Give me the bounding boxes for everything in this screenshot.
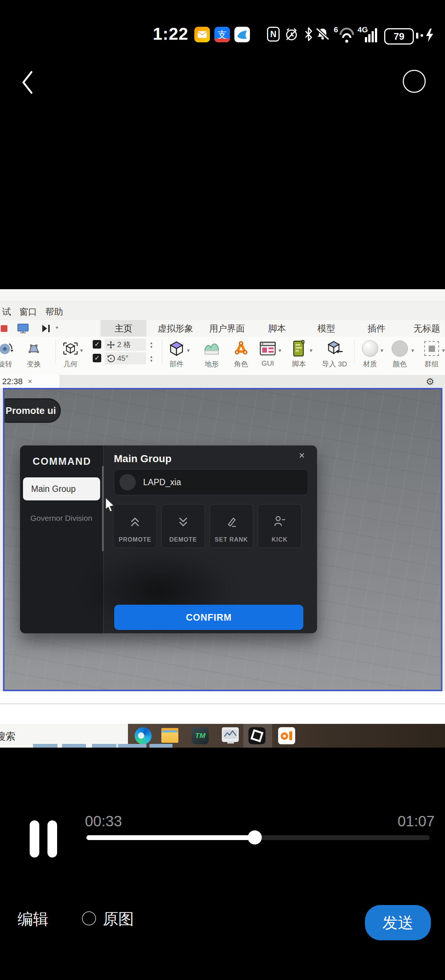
progress-fill (86, 835, 255, 840)
edge-browser-icon[interactable] (135, 727, 152, 744)
document-tab-close-icon[interactable]: × (28, 377, 32, 386)
menu-window[interactable]: 窗口 (19, 306, 37, 318)
stop-button[interactable] (1, 325, 8, 332)
move-icon (107, 341, 115, 349)
geometry-caret-icon[interactable]: ▾ (80, 347, 83, 354)
running-indicator (33, 744, 57, 748)
group-caret-icon[interactable]: ▾ (442, 347, 445, 354)
sidebar-item-main-group[interactable]: Main Group (23, 477, 100, 500)
gui-label: GUI (252, 360, 284, 368)
send-button[interactable]: 发送 (365, 905, 431, 940)
bluetooth-icon (304, 27, 313, 43)
part-caret-icon[interactable]: ▾ (187, 347, 190, 354)
part-label: 部件 (160, 360, 193, 369)
browser-app-icon (234, 27, 250, 42)
rotate-snap-checkbox[interactable]: ✓ (93, 354, 101, 362)
ribbon-transform-button[interactable]: 变换 (17, 339, 50, 369)
move-snap-value: 2 格 (117, 340, 131, 350)
charging-bolt-icon (425, 28, 434, 44)
original-label[interactable]: 原图 (103, 909, 134, 929)
tab-script[interactable]: 脚本 (268, 320, 286, 337)
running-indicator (62, 744, 86, 748)
ribbon-geometry-button[interactable]: 几何 (54, 339, 87, 369)
kick-button[interactable]: KICK (258, 504, 301, 548)
ribbon-material-button[interactable]: 材质 (354, 339, 386, 369)
elapsed-time: 00:33 (85, 813, 122, 830)
strip-divider (0, 703, 445, 704)
demote-button[interactable]: DEMOTE (161, 504, 205, 548)
play-caret-icon[interactable]: ▾ (55, 325, 58, 330)
ribbon-import3d-button[interactable]: 导入 3D (318, 339, 351, 369)
ribbon-part-button[interactable]: 部件 (160, 339, 193, 369)
menu-help[interactable]: 帮助 (45, 306, 63, 318)
progress-track[interactable] (86, 835, 430, 840)
rotate-snap-stepper[interactable]: ▴▾ (148, 352, 154, 364)
ribbon-group-button[interactable]: 群组 (415, 339, 445, 369)
user-row[interactable]: LAPD_xia (114, 469, 308, 495)
ribbon-script-button[interactable]: 脚本 (283, 339, 315, 369)
play-to-button[interactable] (41, 324, 52, 334)
edit-button[interactable]: 编辑 (17, 909, 49, 929)
select-circle-button[interactable] (403, 70, 426, 93)
tab-ui[interactable]: 用户界面 (209, 320, 245, 337)
roblox-studio-icon[interactable] (249, 727, 266, 744)
studio-ribbon: 旋转 变换 几何 ▾ ✓ 2 格 ▴▾ ✓ (0, 337, 445, 375)
gui-caret-icon[interactable]: ▾ (279, 347, 282, 354)
move-snap-field[interactable]: 2 格 (105, 339, 146, 351)
menu-test[interactable]: 试 (2, 306, 11, 318)
command-panel: COMMAND Main Group Governor Division Mai… (20, 445, 317, 633)
promote-ui-chip[interactable]: Promote ui (3, 398, 61, 423)
set-rank-button[interactable]: SET RANK (209, 504, 253, 548)
move-snap-checkbox[interactable]: ✓ (93, 340, 101, 348)
pause-button[interactable] (48, 820, 57, 858)
document-tab-label: 22:38 (2, 377, 23, 387)
pause-button[interactable] (30, 820, 39, 858)
settings-gear-icon[interactable]: ⚙ (426, 376, 434, 388)
script-caret-icon[interactable]: ▾ (310, 347, 313, 354)
tm-app-icon[interactable]: TM (192, 727, 209, 744)
import3d-label: 导入 3D (318, 360, 351, 369)
tab-plugin[interactable]: 插件 (367, 320, 385, 337)
sidebar-item-governor-division[interactable]: Governor Division (30, 514, 92, 523)
file-explorer-icon[interactable] (161, 727, 178, 744)
studio-titlebar (0, 289, 445, 301)
geometry-label: 几何 (54, 360, 87, 369)
battery-indicator: 79 (384, 28, 414, 45)
tab-model[interactable]: 模型 (317, 320, 335, 337)
monitor-icon[interactable] (17, 323, 29, 335)
panel-header: Main Group (114, 453, 172, 465)
progress-thumb[interactable] (248, 830, 262, 845)
document-tab[interactable]: 22:38 × (0, 375, 59, 388)
tab-untitled[interactable]: 无标题 (413, 320, 440, 337)
transform-label: 变换 (17, 360, 50, 369)
tab-avatar[interactable]: 虚拟形象 (158, 320, 193, 337)
panel-scrollbar[interactable] (102, 466, 104, 551)
tab-home[interactable]: 主页 (100, 320, 146, 337)
promote-button[interactable]: PROMOTE (113, 504, 157, 548)
confirm-button[interactable]: CONFIRM (114, 605, 303, 630)
windows-taskbar: 搜索 TM (0, 724, 445, 748)
transform-icon (17, 339, 50, 359)
ribbon-color-button[interactable]: 颜色 (383, 339, 416, 369)
mouse-cursor (105, 498, 116, 514)
double-chevron-down-icon (176, 513, 191, 530)
back-button[interactable] (21, 70, 35, 96)
video-frame[interactable]: 试 窗口 帮助 ▾ 主页 虚拟形象 用户界面 脚本 模型 插件 无标题 (0, 289, 445, 748)
script-label: 脚本 (283, 360, 315, 369)
recorder-app-icon[interactable] (278, 727, 295, 744)
bell-off-icon (315, 27, 330, 43)
material-caret-icon[interactable]: ▾ (380, 347, 383, 354)
panel-close-icon[interactable]: × (299, 450, 305, 461)
username: LAPD_xia (143, 469, 181, 495)
group-icon (415, 339, 445, 359)
color-caret-icon[interactable]: ▾ (411, 347, 414, 354)
game-viewport[interactable]: Promote ui COMMAND Main Group Governor D… (3, 388, 442, 691)
original-radio[interactable] (82, 911, 96, 926)
rotate-snap-field[interactable]: 45° (105, 352, 146, 364)
nfc-icon: N (267, 27, 280, 41)
person-minus-icon (272, 513, 287, 530)
double-chevron-up-icon (128, 513, 143, 530)
move-snap-stepper[interactable]: ▴▾ (148, 339, 154, 351)
monitor-app-icon[interactable] (222, 727, 239, 744)
ribbon-terrain-button[interactable]: 地形 (195, 339, 228, 369)
